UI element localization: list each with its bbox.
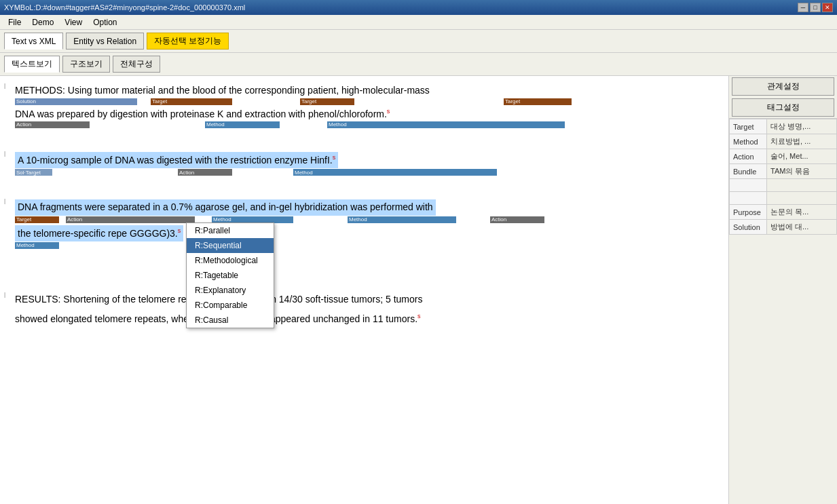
menu-view[interactable]: View	[59, 16, 88, 28]
panel-header: 관계설정 태그설정	[729, 76, 837, 119]
relation-setting-button[interactable]: 관계설정	[732, 77, 834, 96]
tag-label-bundle: Bundle	[730, 164, 767, 179]
tag-value-empty1	[767, 179, 837, 192]
tag-label-empty2	[730, 192, 767, 205]
text-line-1a: METHODS: Using tumor material and the bl…	[15, 84, 724, 98]
tag-label-solution: Solution	[730, 220, 767, 235]
tag-row-purpose: Purpose 논문의 목...	[730, 205, 837, 220]
sentence-marker-3: s	[178, 227, 181, 234]
text-line-3a: DNA fragments were separated in a 0.7% a…	[15, 199, 436, 216]
text-line-1b: DNA was prepared by digestion with prote…	[15, 107, 724, 121]
menu-option[interactable]: Option	[88, 16, 122, 28]
context-menu-item-parallel[interactable]: R:Parallel	[187, 223, 274, 238]
tag-label-method: Method	[730, 134, 767, 149]
btn-structure-view[interactable]: 구조보기	[62, 56, 110, 73]
sentence-marker-4: s	[417, 313, 421, 319]
context-menu: R:Parallel R:Sequential R:Methodological…	[186, 222, 274, 328]
text-line-3b: the telomere-specific repe GGGGG)3.s	[15, 225, 183, 241]
context-menu-item-causal[interactable]: R:Causal	[187, 313, 274, 328]
context-menu-item-methodological[interactable]: R:Methodological	[187, 253, 274, 268]
tag-table: Target 대상 병명,... Method 치료방법, ... Action…	[729, 119, 837, 235]
tag-value-bundle: TAM의 묶음	[767, 164, 837, 179]
text-block-3: l DNA fragments were separated in a 0.7%…	[3, 197, 726, 254]
text-line-4b: showed elongated telomere repeats, where…	[15, 312, 724, 326]
text-line-2: A 10-microg sample of DNA was digested w…	[15, 152, 338, 168]
window-controls: ─ □ ✕	[798, 3, 833, 12]
tag-row-method: Method 치료방법, ...	[730, 134, 837, 149]
right-panel: 관계설정 태그설정 Target 대상 병명,... Method 치료방법, …	[728, 76, 837, 504]
sentence-marker-1: s	[387, 108, 390, 115]
restore-button[interactable]: □	[810, 3, 821, 12]
tab-auto-select[interactable]: 자동선택 보정기능	[147, 33, 229, 50]
context-menu-item-sequential[interactable]: R:Sequential	[187, 238, 274, 253]
menu-demo[interactable]: Demo	[26, 16, 59, 28]
minimize-button[interactable]: ─	[798, 3, 808, 12]
btn-full-view[interactable]: 전체구성	[113, 56, 160, 73]
sentence-marker-2: s	[333, 154, 336, 161]
tag-value-action: 술어, Met...	[767, 149, 837, 164]
text-block-1: l METHODS: Using tumor material and the …	[3, 81, 726, 133]
context-menu-item-tagetable[interactable]: R:Tagetable	[187, 268, 274, 283]
btn-text-view[interactable]: 텍스트보기	[4, 56, 60, 73]
content-area[interactable]: l METHODS: Using tumor material and the …	[0, 76, 728, 504]
toolbar1: Text vs XML Entity vs Relation 자동선택 보정기능	[0, 30, 837, 53]
tag-row-empty1	[730, 179, 837, 192]
tag-label-empty1	[730, 179, 767, 192]
text-block-4: l RESULTS: Shortening of the telomere re…	[3, 290, 726, 328]
context-menu-item-comparable[interactable]: R:Comparable	[187, 298, 274, 313]
tag-row-solution: Solution 방법에 대...	[730, 220, 837, 235]
close-button[interactable]: ✕	[822, 3, 833, 12]
tag-value-method: 치료방법, ...	[767, 134, 837, 149]
tag-value-target: 대상 병명,...	[767, 119, 837, 134]
tag-label-target: Target	[730, 119, 767, 134]
tag-row-bundle: Bundle TAM의 묶음	[730, 164, 837, 179]
tag-label-action: Action	[730, 149, 767, 164]
tag-label-purpose: Purpose	[730, 205, 767, 220]
tab-text-vs-xml[interactable]: Text vs XML	[4, 33, 63, 50]
tag-value-empty2	[767, 192, 837, 205]
tag-row-action: Action 술어, Met...	[730, 149, 837, 164]
menu-bar: File Demo View Option	[0, 15, 837, 30]
tag-value-solution: 방법에 대...	[767, 220, 837, 235]
tag-row-target: Target 대상 병명,...	[730, 119, 837, 134]
title-text: XYMBoL:D:#down#tagger#AS#2#minyong#spine…	[4, 3, 245, 12]
tag-value-purpose: 논문의 목...	[767, 205, 837, 220]
title-bar: XYMBoL:D:#down#tagger#AS#2#minyong#spine…	[0, 0, 837, 15]
menu-file[interactable]: File	[3, 16, 26, 28]
context-menu-item-explanatory[interactable]: R:Explanatory	[187, 283, 274, 298]
toolbar2: 텍스트보기 구조보기 전체구성	[0, 53, 837, 76]
text-line-4a: RESULTS: Shortening of the telomere repe…	[15, 293, 724, 307]
main-layout: l METHODS: Using tumor material and the …	[0, 76, 837, 504]
tag-row-empty2	[730, 192, 837, 205]
tab-entity-vs-relation[interactable]: Entity vs Relation	[66, 33, 144, 50]
text-block-2: l A 10-microg sample of DNA was digested…	[3, 149, 726, 180]
tag-setting-button[interactable]: 태그설정	[732, 98, 834, 117]
